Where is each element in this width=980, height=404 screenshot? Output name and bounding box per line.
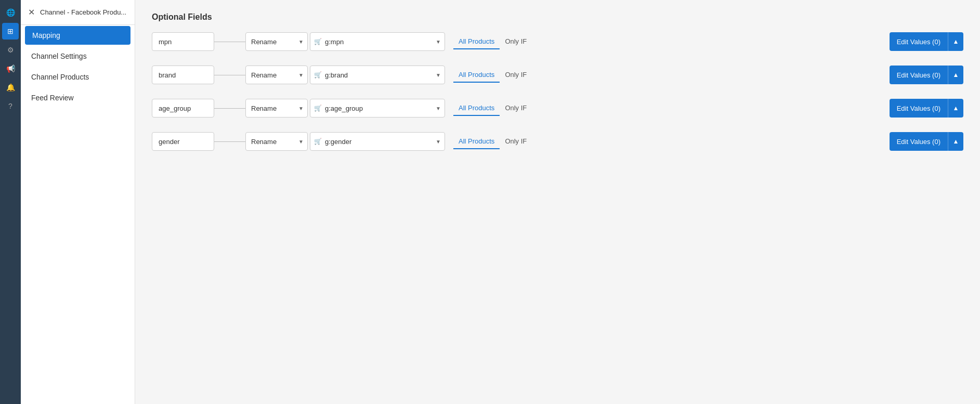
edit-values-button-age-group[interactable]: Edit Values (0) <box>890 99 948 118</box>
field-label-brand: brand <box>152 66 214 84</box>
edit-values-button-brand[interactable]: Edit Values (0) <box>890 66 948 84</box>
expand-button-age-group[interactable]: ▲ <box>948 99 963 118</box>
actions-group-gender: Edit Values (0) ▲ <box>890 132 963 151</box>
icon-strip: 🌐 ⊞ ⚙ 📢 🔔 ? <box>0 0 21 404</box>
target-select-wrapper-gender: 🛒 g:gender ▼ <box>310 132 445 151</box>
sidebar: ✕ Channel - Facebook Produ... Mapping Ch… <box>21 0 135 404</box>
expand-button-gender[interactable]: ▲ <box>948 132 963 151</box>
target-select-mpn[interactable]: g:mpn <box>310 32 445 51</box>
target-select-wrapper-brand: 🛒 g:brand ▼ <box>310 66 445 84</box>
rename-select-gender[interactable]: Rename <box>245 132 308 151</box>
bell-icon[interactable]: 🔔 <box>2 79 19 96</box>
sidebar-header: ✕ Channel - Facebook Produ... <box>21 0 135 25</box>
mapping-row: gender Rename ▼ 🛒 g:gender ▼ All Product… <box>152 132 963 151</box>
all-products-tab-gender[interactable]: All Products <box>453 134 500 149</box>
connector-line <box>214 75 245 75</box>
target-select-wrapper-age-group: 🛒 g:age_group ▼ <box>310 99 445 118</box>
filter-tabs-age-group: All Products Only IF <box>453 101 532 116</box>
rename-select-age-group[interactable]: Rename <box>245 99 308 118</box>
close-button[interactable]: ✕ <box>27 6 36 18</box>
target-select-age-group[interactable]: g:age_group <box>310 99 445 118</box>
sidebar-item-channel-settings[interactable]: Channel Settings <box>21 46 135 67</box>
connector-line <box>214 42 245 42</box>
only-if-tab-gender[interactable]: Only IF <box>500 134 532 149</box>
globe-icon[interactable]: 🌐 <box>2 4 19 21</box>
expand-button-mpn[interactable]: ▲ <box>948 32 963 51</box>
connector-line <box>214 141 245 142</box>
actions-group-brand: Edit Values (0) ▲ <box>890 66 963 84</box>
sidebar-title: Channel - Facebook Produ... <box>40 8 126 16</box>
mapping-row: mpn Rename ▼ 🛒 g:mpn ▼ All Products Only… <box>152 32 963 51</box>
expand-button-brand[interactable]: ▲ <box>948 66 963 84</box>
broadcast-icon[interactable]: 📢 <box>2 60 19 77</box>
target-select-wrapper-mpn: 🛒 g:mpn ▼ <box>310 32 445 51</box>
edit-values-button-gender[interactable]: Edit Values (0) <box>890 132 948 151</box>
rename-select-wrapper-mpn: Rename ▼ <box>245 32 308 51</box>
filter-tabs-brand: All Products Only IF <box>453 68 532 83</box>
only-if-tab-mpn[interactable]: Only IF <box>500 34 532 49</box>
only-if-tab-age-group[interactable]: Only IF <box>500 101 532 116</box>
sidebar-nav: Mapping Channel Settings Channel Product… <box>21 25 135 108</box>
rename-select-mpn[interactable]: Rename <box>245 32 308 51</box>
field-label-age-group: age_group <box>152 99 214 118</box>
all-products-tab-brand[interactable]: All Products <box>453 68 500 83</box>
mapping-row: age_group Rename ▼ 🛒 g:age_group ▼ All P… <box>152 99 963 118</box>
rename-select-wrapper-brand: Rename ▼ <box>245 66 308 84</box>
connector-line <box>214 108 245 109</box>
sidebar-item-mapping[interactable]: Mapping <box>25 26 130 45</box>
sidebar-item-feed-review[interactable]: Feed Review <box>21 87 135 108</box>
section-title: Optional Fields <box>152 12 963 22</box>
filter-tabs-gender: All Products Only IF <box>453 134 532 149</box>
all-products-tab-age-group[interactable]: All Products <box>453 101 500 116</box>
all-products-tab-mpn[interactable]: All Products <box>453 34 500 49</box>
actions-group-mpn: Edit Values (0) ▲ <box>890 32 963 51</box>
grid-icon[interactable]: ⊞ <box>2 23 19 40</box>
target-select-gender[interactable]: g:gender <box>310 132 445 151</box>
rename-select-wrapper-gender: Rename ▼ <box>245 132 308 151</box>
gear-icon[interactable]: ⚙ <box>2 42 19 58</box>
filter-tabs-mpn: All Products Only IF <box>453 34 532 49</box>
field-label-gender: gender <box>152 132 214 151</box>
mapping-row: brand Rename ▼ 🛒 g:brand ▼ All Products … <box>152 66 963 84</box>
actions-group-age-group: Edit Values (0) ▲ <box>890 99 963 118</box>
only-if-tab-brand[interactable]: Only IF <box>500 68 532 83</box>
rename-select-brand[interactable]: Rename <box>245 66 308 84</box>
main-content: Optional Fields mpn Rename ▼ 🛒 g:mpn ▼ A… <box>135 0 980 404</box>
rename-select-wrapper-age-group: Rename ▼ <box>245 99 308 118</box>
help-icon[interactable]: ? <box>2 98 19 114</box>
field-label-mpn: mpn <box>152 32 214 51</box>
sidebar-item-channel-products[interactable]: Channel Products <box>21 67 135 87</box>
target-select-brand[interactable]: g:brand <box>310 66 445 84</box>
edit-values-button-mpn[interactable]: Edit Values (0) <box>890 32 948 51</box>
